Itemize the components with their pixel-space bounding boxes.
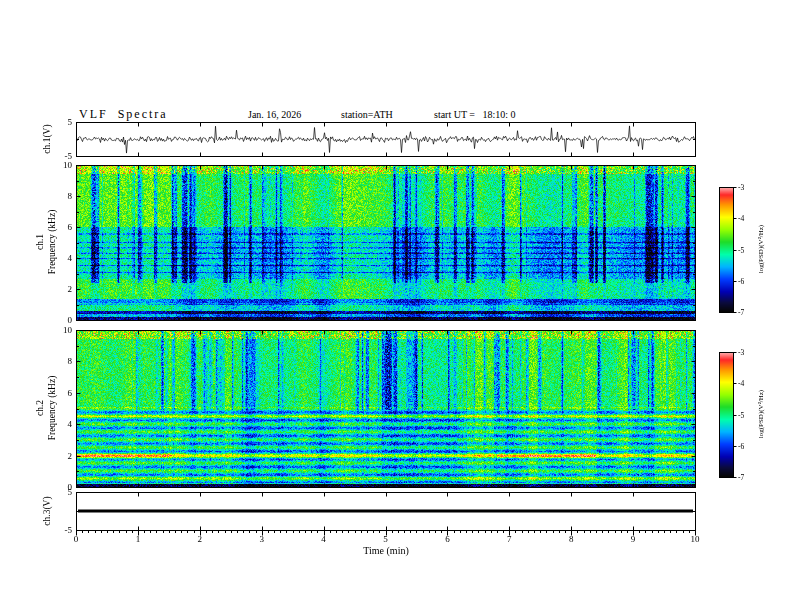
x-tick-label: 10 [691, 534, 700, 544]
colorbar-tick-label: -7 [738, 473, 744, 482]
ch1-spec-ylabel: ch.1 Frequency (kHz) [35, 210, 59, 275]
y-tick-label: 2 [68, 451, 73, 461]
x-tick-label: 9 [631, 534, 636, 544]
colorbar-tick-label: -5 [738, 410, 744, 419]
colorbar-tick-label: -7 [738, 308, 744, 317]
y-tick-label: 10 [63, 325, 72, 335]
colorbar-tick-label: -3 [738, 183, 744, 192]
x-tick-label: 1 [136, 534, 141, 544]
colorbar-unit-label: log(PSD)(V²/Hz) [757, 225, 765, 273]
y-tick-label: 6 [68, 222, 73, 232]
x-tick-label: 8 [569, 534, 574, 544]
y-tick-label: 8 [68, 356, 73, 366]
y-tick-label: 5 [68, 117, 73, 127]
ch2-spec-ylabel: ch.2 Frequency (kHz) [35, 376, 59, 441]
x-axis-label: Time (min) [363, 545, 408, 556]
y-tick-label: 4 [68, 419, 73, 429]
x-tick-label: 6 [445, 534, 450, 544]
y-tick-label: 2 [68, 284, 73, 294]
ch1-wave-ylabel: ch.1(V) [42, 124, 54, 153]
x-tick-label: 2 [198, 534, 203, 544]
y-tick-label: -5 [65, 525, 73, 535]
colorbar-unit-label: log(PSD)(V²/Hz) [757, 390, 765, 438]
y-tick-label: 0 [68, 315, 73, 325]
x-tick-label: 4 [321, 534, 326, 544]
y-tick-label: 4 [68, 253, 73, 263]
axes-frame [0, 0, 792, 612]
colorbar-tick-label: -4 [738, 379, 744, 388]
x-tick-label: 3 [259, 534, 264, 544]
y-tick-label: 8 [68, 191, 73, 201]
colorbar-tick-label: -3 [738, 348, 744, 357]
y-tick-label: 6 [68, 388, 73, 398]
y-tick-label: 5 [68, 487, 73, 497]
colorbar-tick-label: -4 [738, 214, 744, 223]
vlf-spectra-figure: VLF Spectra Jan. 16, 2026 station=ATH st… [0, 0, 792, 612]
colorbar-tick-label: -6 [738, 276, 744, 285]
colorbar-tick-label: -6 [738, 441, 744, 450]
x-tick-label: 0 [74, 534, 79, 544]
x-tick-label: 7 [507, 534, 512, 544]
y-tick-label: 10 [63, 160, 72, 170]
x-tick-label: 5 [383, 534, 388, 544]
colorbar-tick-label: -5 [738, 245, 744, 254]
ch3-wave-ylabel: ch.3(V) [42, 496, 54, 525]
